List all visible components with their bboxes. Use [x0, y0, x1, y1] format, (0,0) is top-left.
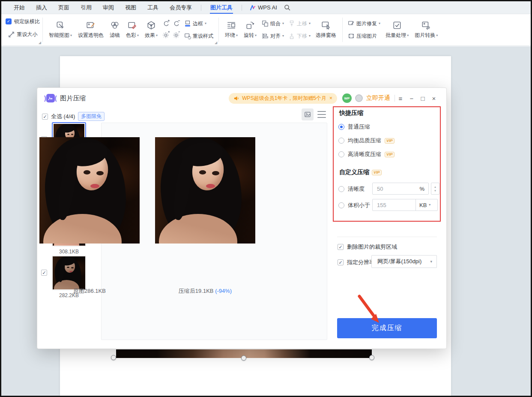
banner-close-icon[interactable]: × [329, 95, 332, 101]
chevron-down-icon: ▾ [137, 34, 139, 37]
rotate-button[interactable]: 旋转▾ [241, 17, 259, 43]
multi-image-free-badge: 多图限免 [78, 112, 105, 121]
clarity-input-box[interactable]: % [372, 183, 429, 195]
resolution-select[interactable]: 网页/屏幕(150dpi) ▾ [371, 255, 437, 268]
size-group: ✓ 锁定纵横比 重设大小 ◢ [1, 14, 42, 45]
batch-process-icon [392, 21, 402, 30]
menu-bar: 开始 插入 页面 引用 审阅 视图 工具 会员专享 图片工具 WPS AI [1, 1, 531, 14]
tab-home[interactable]: 开始 [8, 1, 30, 14]
radio-hd-compress[interactable]: 高清晰度压缩 VIP [338, 150, 395, 158]
image-repair-button[interactable]: 图片修复▾ [346, 18, 382, 29]
radio-clarity[interactable]: 清晰度 [338, 185, 365, 193]
image-edit-group: 智能抠图▾ 设置透明色 滤镜 色彩▾ 效果▾ [43, 14, 218, 45]
menu-icon[interactable]: ≡ [395, 95, 406, 102]
member-avatar[interactable]: WP [342, 93, 352, 103]
tab-insert[interactable]: 插入 [30, 1, 53, 14]
radio-icon[interactable] [338, 186, 344, 192]
resolution-option[interactable]: ✓ 指定分辨率 [338, 259, 375, 266]
image-convert-button[interactable]: 图片转换▾ [412, 17, 440, 43]
reset-size-button[interactable]: 重设大小 [8, 29, 38, 40]
radio-icon[interactable] [338, 202, 344, 208]
lock-aspect-toggle[interactable]: ✓ 锁定纵横比 [6, 16, 40, 27]
selection-pane-button[interactable]: 选择窗格 [313, 17, 339, 43]
wps-ai-button[interactable]: WPS AI [245, 4, 281, 11]
set-transparent-button[interactable]: 设置透明色 [75, 17, 106, 43]
thumbnail-image[interactable] [52, 256, 86, 290]
radio-label: 普通压缩 [348, 123, 370, 131]
tab-picture-tools[interactable]: 图片工具 [205, 1, 238, 14]
selection-handle-bottom-left[interactable] [111, 355, 116, 360]
wrap-button[interactable]: 环绕▾ [222, 17, 240, 43]
radio-icon[interactable] [338, 138, 344, 144]
border-icon [184, 20, 191, 27]
list-view-toggle[interactable] [317, 110, 327, 119]
stepper-down-icon[interactable]: ▾ [434, 189, 436, 192]
finish-compress-button[interactable]: 完成压缩 [337, 318, 437, 338]
group-expand-icon[interactable]: ◢ [215, 41, 217, 45]
tab-page[interactable]: 页面 [53, 1, 75, 14]
volume-input[interactable] [373, 202, 415, 208]
select-all-checkbox[interactable]: ✓ [42, 114, 48, 120]
batch-process-button[interactable]: 批量处理▾ [383, 17, 411, 43]
radio-balanced-compress[interactable]: 均衡品质压缩 VIP [338, 137, 395, 144]
radio-selected-icon[interactable] [338, 124, 344, 130]
maximize-button[interactable]: □ [417, 95, 428, 102]
tab-tools[interactable]: 工具 [142, 1, 164, 14]
image-view-toggle[interactable] [302, 108, 314, 120]
tab-member[interactable]: 会员专享 [164, 1, 197, 14]
tab-review[interactable]: 审阅 [97, 1, 120, 14]
image-compress-dialog: ) ( 图片压缩 WPS超级会员1年卡，限时加赠5个月 × WP 立即开通 ≡ … [37, 87, 447, 349]
tab-view[interactable]: 视图 [120, 1, 142, 14]
selection-handle-bottom-right[interactable] [369, 355, 374, 360]
document-canvas: ) ( 图片压缩 WPS超级会员1年卡，限时加赠5个月 × WP 立即开通 ≡ … [1, 46, 531, 396]
order-stack: 上移▾ 下移▾ [287, 18, 312, 42]
group-objects-button[interactable]: 组合▾ [260, 18, 286, 29]
upgrade-link[interactable]: 立即开通 [366, 94, 390, 102]
delete-crop-option[interactable]: ✓ 删除图片的裁剪区域 [338, 243, 397, 251]
dialog-titlebar[interactable]: ) ( 图片压缩 WPS超级会员1年卡，限时加赠5个月 × WP 立即开通 ≡ … [37, 88, 446, 108]
align-button[interactable]: 对齐▾ [260, 30, 286, 42]
group-align-stack: 组合▾ 对齐▾ [260, 18, 286, 42]
move-up-button: 上移▾ [287, 18, 312, 29]
contrast-up-button[interactable] [162, 20, 170, 29]
color-button[interactable]: 色彩▾ [123, 17, 141, 43]
filter-button[interactable]: 滤镜 [107, 17, 123, 43]
radio-normal-compress[interactable]: 普通压缩 [338, 123, 370, 131]
search-button[interactable] [284, 4, 290, 11]
image-repair-label: 图片修复 [356, 20, 377, 27]
wrap-text-icon [227, 21, 236, 30]
group-expand-icon[interactable]: ◢ [39, 41, 41, 45]
stepper-up-icon[interactable]: ▴ [434, 185, 436, 189]
search-icon [284, 4, 290, 11]
resolution-checkbox[interactable]: ✓ [338, 259, 344, 265]
smart-cutout-button[interactable]: 智能抠图▾ [46, 17, 75, 43]
close-button[interactable]: × [428, 95, 439, 102]
radio-icon[interactable] [338, 151, 344, 157]
reset-style-button[interactable]: 重设样式 [182, 30, 215, 42]
contrast-down-button[interactable] [173, 20, 180, 29]
radio-volume[interactable]: 体积小于 [338, 202, 370, 209]
color-label: 色彩 [126, 32, 136, 39]
lock-aspect-checkbox[interactable]: ✓ [6, 18, 12, 24]
thumbnail-checkbox[interactable]: ✓ [41, 270, 47, 276]
filter-label: 滤镜 [110, 32, 120, 39]
effect-button[interactable]: 效果▾ [142, 17, 160, 43]
clarity-input[interactable] [373, 186, 419, 192]
border-button[interactable]: 边框▾ [182, 18, 215, 29]
clarity-stepper[interactable]: ▴▾ [431, 183, 439, 195]
volume-input-box[interactable]: KB▾ [372, 199, 438, 211]
minimize-button[interactable]: − [406, 95, 417, 102]
arrange-group: 环绕▾ 旋转▾ 组合▾ 对齐▾ 上移▾ [219, 14, 342, 45]
tab-reference[interactable]: 引用 [75, 1, 97, 14]
banner-text: WPS超级会员1年卡，限时加赠5个月 [242, 95, 326, 102]
volume-unit-select[interactable]: KB▾ [415, 199, 434, 211]
effect-label: 效果 [145, 32, 155, 39]
selection-handle-bottom-center[interactable] [241, 355, 246, 361]
member-promo-banner[interactable]: WPS超级会员1年卡，限时加赠5个月 × [229, 93, 337, 104]
delete-crop-checkbox[interactable]: ✓ [338, 244, 344, 250]
brightness-up-button[interactable] [162, 31, 170, 40]
compress-image-button[interactable]: 压缩图片 [346, 30, 382, 42]
brightness-down-button[interactable] [173, 31, 180, 40]
chevron-down-icon: ▾ [407, 34, 409, 37]
group-objects-icon [262, 20, 269, 27]
